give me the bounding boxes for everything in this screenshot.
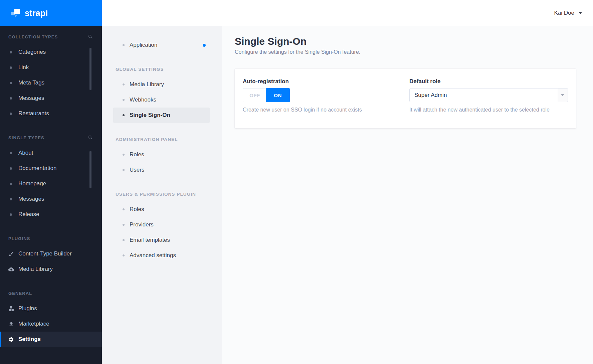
default-role-label: Default role: [409, 78, 568, 85]
subnav-item-providers[interactable]: Providers: [102, 217, 222, 232]
sidebar-item-messages[interactable]: Messages: [0, 90, 102, 106]
section-label: GENERAL: [8, 291, 32, 296]
sidebar-item-label: Media Library: [18, 266, 53, 272]
toggle-on-button[interactable]: ON: [266, 88, 290, 102]
subnav-item-roles-up[interactable]: Roles: [102, 202, 222, 217]
bullet-icon: [10, 198, 12, 200]
subnav-item-label: Email templates: [130, 237, 170, 243]
main-content: Single Sign-On Configure the settings fo…: [222, 26, 593, 364]
auto-registration-toggle[interactable]: OFF ON: [243, 88, 290, 102]
sidebar-scrollbar-thumb[interactable]: [89, 48, 91, 90]
subnav-item-label: Users: [130, 167, 144, 173]
bullet-icon: [10, 152, 12, 154]
subnav-item-label: Roles: [130, 206, 144, 213]
collection-types-header: COLLECTION TYPES: [0, 29, 102, 44]
notification-dot: [203, 44, 206, 47]
subnav-item-single-sign-on[interactable]: Single Sign-On: [113, 108, 210, 123]
cloud-upload-icon: [8, 266, 14, 272]
auto-registration-label: Auto-registration: [243, 78, 401, 85]
bullet-icon: [123, 83, 125, 85]
subnav-item-application[interactable]: Application: [102, 37, 222, 53]
subnav-item-label: Providers: [130, 221, 154, 228]
sidebar-item-label: Homepage: [18, 180, 46, 187]
default-role-select[interactable]: Super Admin: [409, 88, 568, 102]
sidebar-item-documentation[interactable]: Documentation: [0, 161, 102, 176]
subnav-section-administration-panel: ADMINISTRATION PANEL Roles Users: [102, 132, 222, 178]
subnav-item-label: Roles: [130, 151, 144, 158]
page-title: Single Sign-On: [235, 35, 576, 48]
sidebar-item-label: Content-Type Builder: [18, 250, 72, 257]
sidebar-item-label: Link: [18, 64, 29, 71]
subnav-section-global-settings: GLOBAL SETTINGS Media Library Webhooks S…: [102, 61, 222, 123]
top-bar: Kai Doe: [102, 0, 593, 26]
bullet-icon: [123, 154, 125, 156]
subnav-section-users-permissions-plugin: USERS & PERMISSIONS PLUGIN Roles Provide…: [102, 186, 222, 263]
sidebar-item-restaurants[interactable]: Restaurants: [0, 106, 102, 121]
bullet-icon: [10, 66, 12, 69]
settings-subnav: Application GLOBAL SETTINGS Media Librar…: [102, 26, 222, 364]
sidebar-item-label: Messages: [18, 95, 44, 102]
bullet-icon: [123, 99, 125, 101]
sidebar-item-homepage[interactable]: Homepage: [0, 176, 102, 191]
bullet-icon: [10, 167, 12, 170]
sidebar-item-label: About: [18, 150, 33, 156]
subnav-item-label: Webhooks: [130, 97, 156, 103]
subnav-item-media-library[interactable]: Media Library: [102, 77, 222, 92]
subnav-item-users[interactable]: Users: [102, 162, 222, 178]
global-settings-header: GLOBAL SETTINGS: [102, 61, 222, 77]
sidebar-item-messages-single[interactable]: Messages: [0, 191, 102, 207]
section-label: PLUGINS: [8, 236, 30, 241]
sidebar-scrollbar-thumb[interactable]: [89, 151, 91, 188]
subnav-item-webhooks[interactable]: Webhooks: [102, 92, 222, 108]
subnav-item-label: Single Sign-On: [130, 112, 170, 119]
bullet-icon: [10, 213, 12, 216]
sidebar-item-about[interactable]: About: [0, 145, 102, 161]
strapi-logo[interactable]: strapi: [0, 0, 102, 26]
bullet-icon: [10, 82, 12, 84]
sidebar-item-link[interactable]: Link: [0, 60, 102, 75]
user-menu[interactable]: Kai Doe: [554, 0, 582, 26]
brush-icon: [8, 251, 14, 257]
subnav-item-advanced-settings[interactable]: Advanced settings: [102, 248, 222, 263]
section-label: ADMINISTRATION PANEL: [116, 137, 178, 142]
bullet-icon: [123, 208, 125, 210]
subnav-item-email-templates[interactable]: Email templates: [102, 232, 222, 248]
sidebar-section-plugins: PLUGINS Content-Type Builder Media Libra…: [0, 231, 102, 277]
user-name: Kai Doe: [554, 10, 574, 16]
chevron-down-icon: [561, 94, 564, 96]
sidebar-item-label: Meta Tags: [18, 79, 44, 86]
section-label: USERS & PERMISSIONS PLUGIN: [116, 192, 196, 197]
section-label: COLLECTION TYPES: [8, 34, 58, 39]
plugins-header: PLUGINS: [0, 231, 102, 246]
download-icon: [8, 321, 14, 327]
sidebar-item-label: Restaurants: [18, 110, 49, 117]
sso-settings-card: Auto-registration OFF ON Create new user…: [235, 69, 576, 128]
subnav-item-label: Application: [130, 42, 157, 48]
toggle-off-button[interactable]: OFF: [243, 88, 266, 102]
general-header: GENERAL: [0, 286, 102, 301]
select-caret-zone[interactable]: [558, 88, 568, 102]
sidebar-item-categories[interactable]: Categories: [0, 44, 102, 60]
sidebar-item-plugins[interactable]: Plugins: [0, 301, 102, 316]
users-permissions-plugin-header: USERS & PERMISSIONS PLUGIN: [102, 186, 222, 202]
strapi-logo-icon: [11, 9, 20, 18]
subnav-item-roles-admin[interactable]: Roles: [102, 147, 222, 162]
main-sidebar: strapi COLLECTION TYPES Categories Link …: [0, 0, 102, 364]
bullet-icon: [10, 51, 12, 53]
default-role-field: Default role Super Admin It will attach …: [409, 78, 568, 113]
bullet-icon: [10, 113, 12, 115]
sidebar-section-single-types: SINGLE TYPES About Documentation Homepag…: [0, 130, 102, 222]
sidebar-item-content-type-builder[interactable]: Content-Type Builder: [0, 246, 102, 261]
search-icon[interactable]: [88, 34, 93, 39]
sidebar-item-marketplace[interactable]: Marketplace: [0, 316, 102, 332]
sidebar-item-meta-tags[interactable]: Meta Tags: [0, 75, 102, 90]
sidebar-item-label: Categories: [18, 49, 46, 55]
sidebar-item-settings[interactable]: Settings: [0, 332, 102, 347]
bullet-icon: [123, 224, 125, 226]
sidebar-item-label: Settings: [18, 336, 41, 343]
sidebar-item-media-library[interactable]: Media Library: [0, 261, 102, 277]
sidebar-item-release[interactable]: Release: [0, 207, 102, 222]
search-icon[interactable]: [88, 135, 93, 140]
page-subtitle: Configure the settings for the Single Si…: [235, 49, 576, 55]
bullet-icon: [10, 183, 12, 185]
